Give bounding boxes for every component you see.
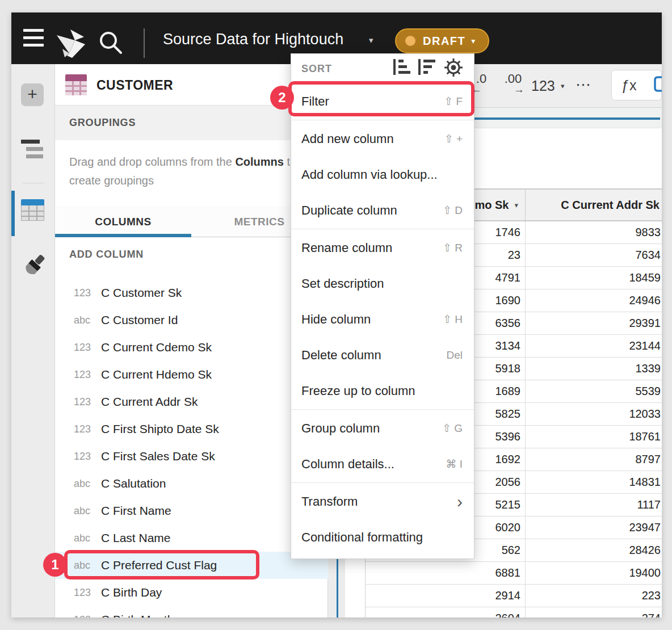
menu-item[interactable]: Transform › — [291, 484, 474, 519]
active-tab-underline — [55, 234, 191, 237]
column-list-item[interactable]: 123 C Birth Day — [55, 579, 328, 606]
cell-addr: 223 — [526, 585, 662, 607]
cell-addr: 12033 — [526, 403, 662, 425]
search-icon[interactable] — [98, 30, 124, 58]
sort-label: SORT — [301, 63, 385, 75]
column-list-item[interactable]: abc C Salutation — [55, 470, 328, 497]
groupings-dropzone[interactable]: Drag and drop columns from the Columns t… — [55, 140, 328, 206]
menu-item[interactable]: Add column via lookup... — [291, 157, 474, 192]
column-list-item[interactable]: 123 C Current Hdemo Sk — [55, 361, 328, 388]
table-panel-icon[interactable] — [21, 199, 44, 221]
table-row[interactable]: 2914 223 — [366, 585, 662, 607]
draft-status-badge[interactable]: DRAFT ▾ — [395, 28, 489, 53]
menu-item-label: Duplicate column — [301, 203, 443, 218]
column-type-badge: abc — [74, 560, 96, 572]
add-column-label[interactable]: ADD COLUMN — [69, 249, 144, 261]
menu-item[interactable]: Delete column Del — [291, 337, 474, 373]
cell-addr: 7634 — [526, 244, 662, 266]
column-type-badge: 123 — [74, 614, 96, 618]
column-type-badge: abc — [74, 478, 96, 490]
groupings-section: GROUPINGS — [55, 106, 328, 140]
menu-separator — [291, 229, 474, 229]
add-element-button[interactable]: + — [21, 83, 44, 106]
column-label: C Current Addr Sk — [101, 395, 198, 409]
menu-item[interactable]: Set description — [291, 266, 474, 301]
cell-addr: 274 — [526, 607, 662, 618]
tab-columns[interactable]: COLUMNS — [55, 206, 191, 237]
table-row[interactable]: 2604 274 — [366, 607, 662, 618]
column-type-badge: abc — [74, 505, 96, 517]
menu-item-label: Freeze up to column — [301, 384, 463, 398]
dropzone-text-bold: Columns — [235, 156, 284, 168]
column-list-item[interactable]: 123 C Current Cdemo Sk — [55, 334, 328, 361]
number-format-button[interactable]: 123 — [531, 78, 555, 94]
format-paintbrush-icon[interactable] — [19, 251, 48, 283]
column-label: C Current Cdemo Sk — [101, 341, 212, 354]
menu-item[interactable]: Rename column ⇧ R — [291, 230, 474, 266]
more-options-button[interactable]: ⋯ — [576, 75, 592, 94]
menu-item[interactable]: Conditional formatting — [291, 519, 474, 555]
menu-separator — [291, 482, 474, 483]
cell-hdemo: 6881 — [366, 562, 526, 584]
column-list-item[interactable]: abc C Preferred Cust Flag — [55, 552, 328, 579]
cell-addr: 1117 — [526, 494, 662, 516]
table-row[interactable]: 6881 19400 — [366, 562, 662, 585]
sort-ascending-icon[interactable] — [393, 58, 410, 79]
menu-item-label: Conditional formatting — [301, 530, 463, 545]
column-list-item[interactable]: abc C Customer Id — [55, 306, 328, 334]
outline-panel-icon[interactable] — [21, 140, 45, 160]
column-list-item[interactable]: 123 C Current Addr Sk — [55, 388, 328, 415]
screenshot-stage: Source Data for Hightouch ▾ DRAFT ▾ .0 ←… — [0, 0, 672, 630]
cell-addr: 24946 — [526, 289, 662, 312]
menu-item[interactable]: Duplicate column ⇧ D — [291, 192, 474, 228]
title-dropdown-caret-icon[interactable]: ▾ — [369, 35, 373, 45]
number-format-caret-icon[interactable]: ▾ — [561, 82, 565, 90]
source-table-icon — [65, 74, 87, 95]
column-type-badge: 123 — [74, 287, 96, 299]
column-label: C Customer Id — [101, 313, 178, 327]
sort-settings-gear-icon[interactable] — [443, 57, 464, 80]
menu-item[interactable]: Freeze up to column — [291, 373, 474, 409]
cell-addr: 23144 — [526, 335, 662, 357]
column-header-caret-icon[interactable]: ▾ — [514, 201, 518, 209]
menu-item-shortcut: Del — [446, 349, 463, 362]
column-type-badge: 123 — [74, 423, 96, 435]
menu-item[interactable]: Hide column ⇧ H — [291, 301, 474, 337]
menu-item[interactable]: Filter ⇧ F — [291, 83, 474, 119]
menu-item-label: Transform — [301, 494, 457, 509]
menu-item-shortcut: ⇧ + — [444, 132, 463, 145]
column-list: 123 C Customer Sk abc C Customer Id 123 … — [55, 279, 328, 618]
menu-item[interactable]: Column details... ⌘ I — [291, 446, 474, 482]
increase-decimal-label: .00 — [499, 73, 527, 85]
menu-item[interactable]: Group column ⇧ G — [291, 410, 474, 446]
column-list-item[interactable]: 123 C Birth Month — [55, 606, 328, 618]
column-type-badge: 123 — [74, 451, 96, 463]
menu-item[interactable]: Add new column ⇧ + — [291, 121, 474, 157]
active-panel-indicator — [11, 191, 15, 236]
increase-decimal-button[interactable]: .00 → — [499, 73, 527, 95]
column-label: C First Name — [101, 504, 171, 518]
column-header-addr[interactable]: C Current Addr Sk — [526, 190, 662, 220]
column-list-item[interactable]: 123 C First Sales Date Sk — [55, 443, 328, 470]
column-label: C Salutation — [101, 477, 166, 490]
column-type-badge: 123 — [74, 342, 96, 354]
annotation-step-2-badge: 2 — [270, 86, 294, 110]
element-panel: CUSTOMER GROUPINGS Drag and drop columns… — [55, 64, 328, 618]
column-list-item[interactable]: abc C First Name — [55, 497, 328, 524]
column-label: C First Shipto Date Sk — [101, 422, 219, 436]
column-bracket-icon[interactable] — [653, 75, 662, 95]
column-label: C Current Hdemo Sk — [101, 368, 212, 381]
column-list-item[interactable]: 123 C Customer Sk — [55, 279, 328, 306]
fx-formula-button[interactable]: ƒx — [621, 77, 636, 94]
menu-item-label: Hide column — [301, 312, 443, 327]
column-list-item[interactable]: 123 C First Shipto Date Sk — [55, 415, 328, 443]
rail-divider — [23, 183, 44, 183]
document-title[interactable]: Source Data for Hightouch — [163, 31, 343, 48]
column-type-badge: 123 — [74, 369, 96, 381]
sigma-logo-icon[interactable] — [57, 30, 86, 60]
sort-descending-icon[interactable] — [418, 58, 435, 79]
menu-item-label: Filter — [301, 94, 444, 109]
column-list-item[interactable]: abc C Last Name — [55, 524, 328, 552]
hamburger-menu-icon[interactable] — [23, 29, 44, 48]
menu-item-label: Rename column — [301, 241, 443, 255]
